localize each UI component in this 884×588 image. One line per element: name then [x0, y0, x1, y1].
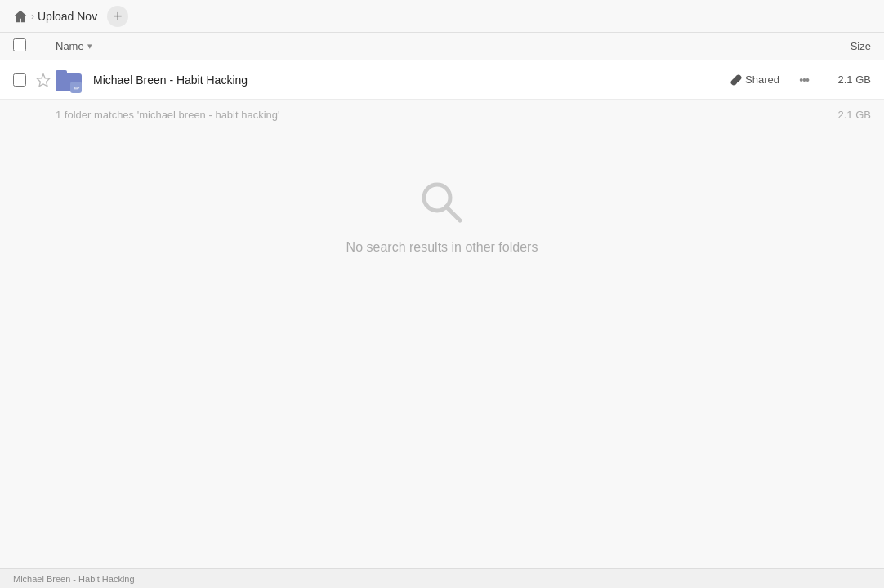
shared-badge: Shared: [730, 74, 779, 86]
breadcrumb-current[interactable]: Upload Nov: [38, 10, 97, 23]
header-checkbox-col: [13, 38, 36, 54]
status-text: Michael Breen - Habit Hacking: [13, 574, 135, 584]
row-checkbox-wrapper: [13, 74, 36, 87]
folder-icon: ✏: [56, 65, 85, 95]
home-icon: [13, 9, 28, 24]
summary-size: 2.1 GB: [822, 109, 871, 121]
empty-search-icon: [417, 178, 467, 227]
empty-message: No search results in other folders: [346, 240, 538, 255]
breadcrumb-bar: › Upload Nov +: [0, 0, 884, 33]
empty-state: No search results in other folders: [0, 129, 884, 304]
name-label: Name: [56, 40, 84, 52]
more-icon: •••: [799, 74, 809, 87]
row-checkbox[interactable]: [13, 74, 26, 87]
status-bar: Michael Breen - Habit Hacking: [0, 568, 884, 588]
breadcrumb-home[interactable]: [13, 9, 28, 24]
summary-row: 1 folder matches 'michael breen - habit …: [0, 100, 884, 129]
svg-text:✏: ✏: [74, 84, 80, 92]
select-all-checkbox[interactable]: [13, 38, 26, 51]
breadcrumb-add-button[interactable]: +: [107, 6, 128, 27]
folder-svg: ✏: [56, 65, 85, 95]
file-row[interactable]: ✏ Michael Breen - Habit Hacking Shared •…: [0, 60, 884, 100]
star-icon: [36, 73, 51, 87]
column-headers: Name ▾ Size: [0, 33, 884, 60]
row-star[interactable]: [36, 73, 56, 87]
svg-rect-2: [56, 70, 67, 77]
more-options-button[interactable]: •••: [792, 69, 815, 91]
link-icon: [730, 74, 742, 86]
svg-marker-0: [37, 74, 49, 86]
summary-text: 1 folder matches 'michael breen - habit …: [56, 109, 822, 121]
shared-label: Shared: [745, 74, 779, 86]
breadcrumb-separator: ›: [31, 11, 34, 22]
svg-line-6: [446, 207, 460, 220]
file-size: 2.1 GB: [822, 74, 871, 86]
name-column-header[interactable]: Name ▾: [56, 40, 806, 52]
size-column-header: Size: [806, 40, 871, 52]
file-name: Michael Breen - Habit Hacking: [93, 74, 730, 87]
sort-icon: ▾: [87, 41, 92, 51]
